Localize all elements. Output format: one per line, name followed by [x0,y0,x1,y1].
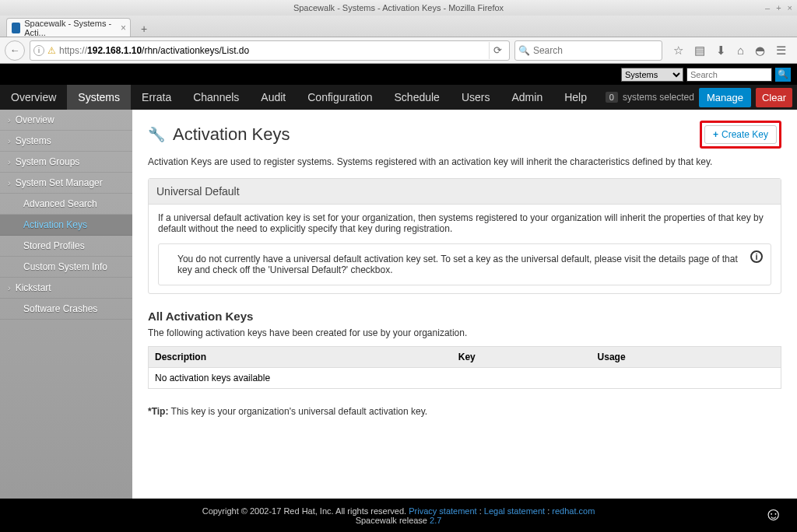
info-icon: i [750,250,763,263]
url-path[interactable] [142,45,489,56]
create-key-highlight: + Create Key [700,121,781,149]
nav-systems[interactable]: Systems [67,85,131,110]
browser-tab[interactable]: Spacewalk - Systems - Acti... × [6,18,131,37]
window-minimize-icon[interactable]: – [765,3,770,12]
context-select[interactable]: Systems [621,68,683,82]
main-nav: Overview Systems Errata Channels Audit C… [0,85,797,110]
sidebar-item-overview[interactable]: Overview [0,110,132,131]
activation-keys-table: Description Key Usage No activation keys… [148,346,781,389]
tab-title: Spacewalk - Systems - Acti... [24,19,113,37]
footer: Copyright © 2002-17 Red Hat, Inc. All ri… [0,499,797,532]
sidebar-item-system-groups[interactable]: System Groups [0,152,132,173]
plus-icon: + [713,129,718,140]
sidebar-item-activation-keys[interactable]: Activation Keys [0,215,132,236]
app-header: Systems 🔍 [0,64,797,85]
tab-close-icon[interactable]: × [121,23,126,33]
universal-default-panel: Universal Default If a universal default… [148,178,781,294]
tip-text: *Tip: This key is your organization's un… [148,406,781,417]
sidebar-item-custom-system-info[interactable]: Custom System Info [0,257,132,278]
sidebar: Overview Systems System Groups System Se… [0,110,132,499]
sidebar-item-systems[interactable]: Systems [0,131,132,152]
nav-audit[interactable]: Audit [250,85,297,110]
home-icon[interactable]: ⌂ [737,44,744,57]
release-version[interactable]: 2.7 [430,516,441,525]
legal-link[interactable]: Legal statement [484,506,545,516]
os-window-title: Spacewalk - Systems - Activation Keys - … [293,3,504,12]
nav-schedule[interactable]: Schedule [384,85,451,110]
sidebar-item-software-crashes[interactable]: Software Crashes [0,299,132,320]
address-bar[interactable]: i ⚠ https:// 192.168.1.10 ⟳ [30,40,510,61]
all-keys-desc: The following activation keys have been … [148,327,781,338]
systems-selected-count: 0 [606,92,618,103]
menu-icon[interactable]: ☰ [776,44,786,58]
search-icon: 🔍 [518,45,530,56]
copyright: Copyright © 2002-17 Red Hat, Inc. All ri… [202,506,409,516]
sidebar-item-advanced-search[interactable]: Advanced Search [0,194,132,215]
privacy-link[interactable]: Privacy statement [409,506,476,516]
manage-button[interactable]: Manage [699,88,751,107]
browser-search[interactable]: 🔍 [514,40,662,61]
new-tab-button[interactable]: + [135,21,153,37]
empty-msg: No activation keys available [149,368,781,389]
sidebar-item-kickstart[interactable]: Kickstart [0,278,132,299]
pocket-icon[interactable]: ◓ [755,44,765,58]
back-button[interactable]: ← [5,40,25,61]
nav-channels[interactable]: Channels [182,85,250,110]
clear-button[interactable]: Clear [756,88,792,107]
url-host: 192.168.1.10 [87,45,142,56]
nav-admin[interactable]: Admin [500,85,553,110]
favicon-icon [12,23,20,33]
col-usage: Usage [592,347,781,368]
content-area: 🔧 Activation Keys + Create Key Activatio… [132,110,797,499]
release-label: Spacewalk release [356,516,430,525]
sidebar-item-stored-profiles[interactable]: Stored Profiles [0,236,132,257]
bookmark-star-icon[interactable]: ☆ [673,44,683,58]
create-key-button[interactable]: + Create Key [704,125,777,144]
table-row-empty: No activation keys available [149,368,781,389]
systems-selected-label: systems selected [623,92,694,103]
page-intro: Activation Keys are used to register sys… [148,156,781,167]
nav-help[interactable]: Help [553,85,598,110]
redhat-link[interactable]: redhat.com [552,506,595,516]
header-search-input[interactable] [686,68,772,82]
nav-users[interactable]: Users [451,85,501,110]
info-url-icon[interactable]: i [33,45,44,56]
browser-tab-strip: Spacewalk - Systems - Acti... × + [0,16,797,37]
universal-default-info: You do not currently have a universal de… [158,243,771,285]
nav-overview[interactable]: Overview [0,85,67,110]
app-logo [9,66,149,82]
browser-toolbar: ← i ⚠ https:// 192.168.1.10 ⟳ 🔍 ☆ ▤ ⬇ ⌂ … [0,37,797,64]
browser-search-input[interactable] [533,45,658,56]
window-maximize-icon[interactable]: + [776,3,781,12]
key-icon: 🔧 [148,126,165,143]
universal-default-heading: Universal Default [149,179,781,205]
sidebar-item-ssm[interactable]: System Set Manager [0,173,132,194]
col-description: Description [149,347,452,368]
page-title: 🔧 Activation Keys [148,124,290,145]
universal-default-desc: If a universal default activation key is… [158,212,771,234]
col-key: Key [452,347,592,368]
all-keys-heading: All Activation Keys [148,310,781,323]
window-close-icon[interactable]: × [788,3,792,12]
downloads-icon[interactable]: ⬇ [716,44,726,58]
spacewalk-mascot-icon: ☺ [764,503,783,525]
lock-warning-icon: ⚠ [47,45,56,56]
reload-icon[interactable]: ⟳ [489,42,506,59]
save-page-icon[interactable]: ▤ [694,44,705,58]
header-search-button[interactable]: 🔍 [775,68,791,82]
os-titlebar: Spacewalk - Systems - Activation Keys - … [0,0,797,16]
nav-errata[interactable]: Errata [131,85,182,110]
nav-configuration[interactable]: Configuration [297,85,383,110]
